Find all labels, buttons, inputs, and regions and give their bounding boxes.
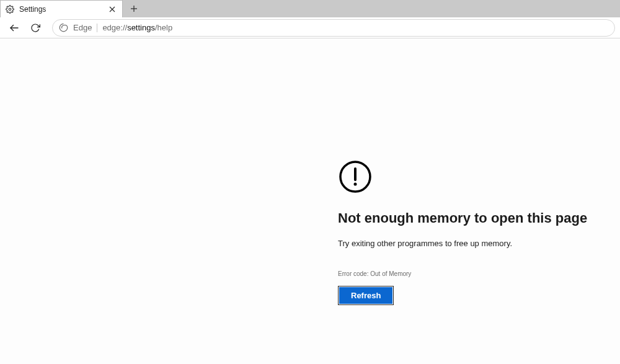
edge-label: Edge xyxy=(73,23,92,32)
url-bold: settings xyxy=(127,23,155,32)
error-subtitle: Try exiting other programmes to free up … xyxy=(338,239,586,248)
address-divider xyxy=(97,24,97,32)
warning-circle-icon xyxy=(338,159,586,197)
gear-icon xyxy=(6,5,14,14)
refresh-nav-button[interactable] xyxy=(26,19,45,37)
edge-icon xyxy=(59,23,68,32)
tab-settings[interactable]: Settings xyxy=(0,0,123,17)
back-button[interactable] xyxy=(5,19,24,37)
refresh-button[interactable]: Refresh xyxy=(338,286,394,305)
svg-point-0 xyxy=(9,8,11,11)
close-icon[interactable] xyxy=(107,4,117,14)
error-title: Not enough memory to open this page xyxy=(338,210,586,226)
toolbar: Edge edge://settings/help xyxy=(0,17,620,38)
page-content: Not enough memory to open this page Try … xyxy=(0,38,620,364)
url-suffix: /help xyxy=(155,23,172,32)
url-prefix: edge:// xyxy=(102,23,127,32)
address-bar[interactable]: Edge edge://settings/help xyxy=(52,19,615,37)
svg-point-8 xyxy=(354,183,357,186)
url-text: edge://settings/help xyxy=(102,23,608,32)
new-tab-button[interactable] xyxy=(125,0,143,17)
error-block: Not enough memory to open this page Try … xyxy=(338,159,586,305)
tab-title: Settings xyxy=(19,5,102,14)
tab-strip: Settings xyxy=(0,0,620,17)
error-code: Error code: Out of Memory xyxy=(338,270,586,277)
